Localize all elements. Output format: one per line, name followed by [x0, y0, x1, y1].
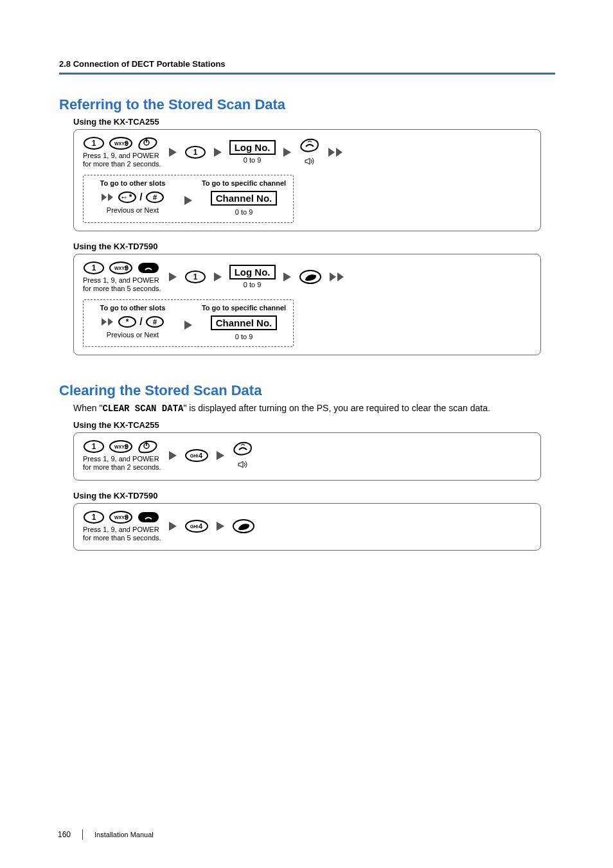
arrow-icon	[168, 520, 178, 532]
hash-key-icon: #	[145, 191, 164, 204]
key-4-icon: GHI 4	[184, 448, 209, 463]
panel-clearing-td7590: 1 WXYZ 9 Press 1, 9, and POWER for more …	[73, 503, 541, 551]
logno-caption: 0 to 9	[229, 156, 276, 164]
dashed-options: To go to other slots * / #	[83, 299, 294, 347]
svg-text:*: *	[129, 193, 132, 202]
svg-text:1: 1	[92, 139, 96, 148]
svg-marker-12	[305, 158, 310, 164]
star-key-icon: *	[118, 315, 137, 328]
arrow-icon	[213, 146, 223, 158]
svg-marker-36	[337, 272, 344, 281]
svg-text:4: 4	[199, 452, 203, 459]
svg-text:4: 4	[199, 522, 203, 530]
svg-marker-35	[330, 272, 336, 281]
logno-group: Log No. 0 to 9	[229, 140, 276, 164]
arrow-icon	[168, 146, 178, 158]
slash: /	[139, 316, 142, 328]
arrow-icon	[282, 146, 292, 158]
svg-text:GHI: GHI	[190, 454, 198, 458]
channelno-box: Channel No.	[211, 191, 278, 206]
svg-text:*: *	[126, 317, 129, 326]
key-1-icon: 1	[83, 439, 105, 454]
arrow-icon	[215, 450, 226, 461]
caption-press19power: Press 1, 9, and POWER for more than 2 se…	[83, 455, 161, 472]
speaker-icon	[305, 157, 315, 165]
svg-marker-15	[102, 193, 107, 201]
svg-marker-33	[283, 272, 291, 281]
page-header: 2.8 Connection of DECT Portable Stations	[59, 59, 555, 75]
channel-title: To go to specific channel	[202, 304, 286, 312]
subhead-td7590-1: Using the KX-TD7590	[73, 242, 555, 251]
svg-text:9: 9	[125, 139, 129, 147]
arrow-icon	[183, 319, 193, 331]
hash-key-icon: #	[145, 315, 164, 328]
svg-marker-37	[102, 318, 107, 326]
svg-marker-13	[328, 148, 335, 157]
clearing-intro: When "CLEAR SCAN DATA" is displayed afte…	[73, 403, 555, 414]
svg-marker-43	[184, 321, 192, 330]
section-title-referring: Referring to the Stored Scan Data	[59, 96, 555, 113]
prev-next-caption: Previous or Next	[107, 331, 159, 339]
logno-box: Log No.	[229, 140, 276, 155]
key-1b-icon: 1	[184, 145, 206, 159]
panel-clearing-tca255: 1 WXYZ 9 Press 1, 9, and POWER	[73, 432, 541, 480]
breadcrumb: 2.8 Connection of DECT Portable Stations	[59, 59, 226, 69]
svg-text:9: 9	[125, 513, 129, 521]
svg-text:1: 1	[193, 272, 197, 281]
channelno-caption: 0 to 9	[235, 208, 253, 217]
svg-marker-67	[217, 522, 224, 531]
footer-separator	[82, 829, 83, 840]
key-9-icon: WXYZ 9	[109, 136, 133, 150]
caption-press19power: Press 1, 9, and POWER for more than 2 se…	[83, 152, 161, 168]
svg-marker-11	[283, 148, 291, 157]
svg-text:#: #	[153, 193, 157, 201]
page-footer: 160 Installation Manual	[58, 829, 154, 840]
svg-text:#: #	[153, 318, 157, 326]
on-hook-icon	[299, 137, 321, 152]
subhead-tca255-1: Using the KX-TCA255	[73, 117, 555, 127]
logno-box: Log No.	[229, 265, 276, 279]
double-arrow-icon	[328, 271, 346, 283]
double-arrow-icon	[327, 146, 345, 158]
arrow-icon	[168, 271, 178, 283]
arrow-icon	[215, 520, 226, 532]
slash: /	[139, 191, 142, 203]
svg-marker-32	[214, 272, 222, 281]
talk-key-td-icon	[299, 269, 322, 285]
speaker-icon	[238, 461, 248, 468]
initial-keys-group: 1 WXYZ 9 Press 1, 9, and POWER fo	[83, 261, 161, 293]
double-arrow-icon	[101, 317, 115, 326]
subhead-td7590-2: Using the KX-TD7590	[73, 491, 555, 500]
slots-title: To go to other slots	[100, 179, 166, 187]
arrow-icon	[282, 271, 292, 283]
initial-keys-group: 1 WXYZ 9 Press 1, 9, and POWER for more …	[83, 510, 161, 542]
svg-marker-56	[238, 461, 243, 468]
panel-referring-tca255: 1 WXYZ 9 Press 1, 9	[73, 129, 541, 231]
dashed-options: To go to other slots ⊷ * /	[83, 175, 294, 222]
power-key-td-icon	[137, 261, 160, 275]
initial-keys-group: 1 WXYZ 9 Press 1, 9	[83, 136, 161, 168]
section-title-clearing: Clearing the Stored Scan Data	[59, 382, 555, 399]
power-key-icon	[137, 136, 159, 150]
power-key-icon	[137, 439, 159, 454]
on-hook-icon	[232, 440, 254, 456]
svg-marker-16	[108, 193, 113, 201]
arrow-icon	[168, 450, 178, 461]
slots-title: To go to other slots	[100, 304, 166, 312]
hook-speaker-group	[232, 440, 254, 471]
subhead-tca255-2: Using the KX-TCA255	[73, 420, 555, 430]
key-1-icon: 1	[83, 510, 105, 524]
svg-marker-14	[336, 148, 342, 157]
channelno-box: Channel No.	[211, 315, 278, 330]
arrow-icon	[213, 271, 223, 283]
power-key-td-icon	[137, 510, 160, 524]
footer-title: Installation Manual	[94, 831, 154, 838]
key-1-icon: 1	[83, 136, 105, 150]
prev-next-caption: Previous or Next	[107, 206, 159, 215]
svg-marker-55	[217, 451, 224, 460]
double-arrow-icon	[101, 193, 115, 202]
svg-text:GHI: GHI	[190, 524, 198, 529]
page-number: 160	[58, 830, 71, 839]
channelno-caption: 0 to 9	[235, 333, 253, 341]
svg-marker-29	[169, 272, 177, 281]
